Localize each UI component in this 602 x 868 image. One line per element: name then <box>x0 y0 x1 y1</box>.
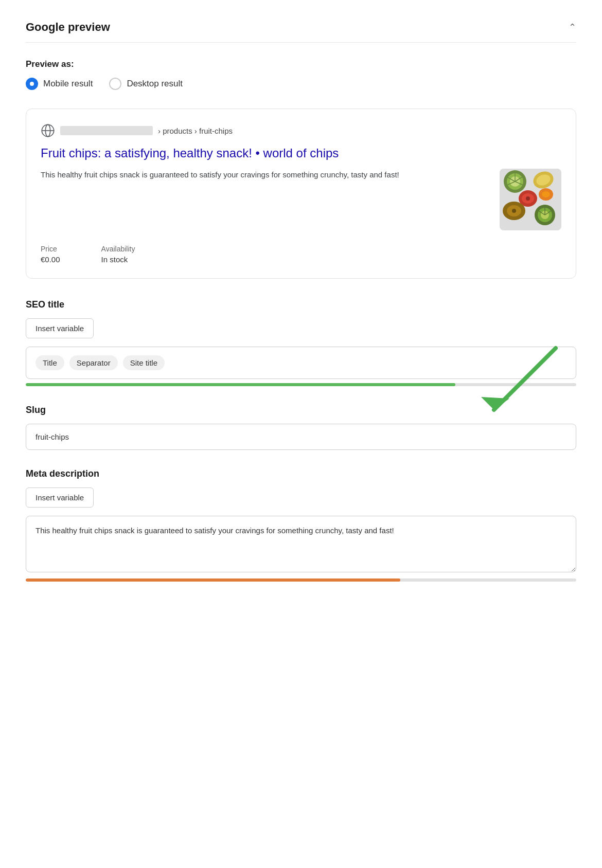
slug-section: Slug <box>26 405 576 450</box>
price-item: Price €0.00 <box>41 245 60 264</box>
mobile-radio-button[interactable] <box>26 78 38 90</box>
svg-point-27 <box>542 191 550 197</box>
preview-as-radio-group: Mobile result Desktop result <box>26 78 576 90</box>
seo-title-section: SEO title Insert variable Title Separato… <box>26 299 576 386</box>
fruit-chips-svg <box>500 169 561 230</box>
breadcrumb-row: › products › fruit-chips <box>41 123 561 138</box>
preview-description: This healthy fruit chips snack is guaran… <box>41 169 489 230</box>
breadcrumb-url-placeholder <box>60 126 153 135</box>
preview-as-section: Preview as: Mobile result Desktop result <box>26 59 576 90</box>
meta-description-label: Meta description <box>26 468 576 479</box>
meta-description-insert-variable-button[interactable]: Insert variable <box>26 487 94 508</box>
price-value: €0.00 <box>41 255 60 264</box>
seo-title-insert-variable-button[interactable]: Insert variable <box>26 318 94 338</box>
svg-point-16 <box>526 196 530 201</box>
page-title: Google preview <box>26 21 110 34</box>
seo-title-label: SEO title <box>26 299 576 310</box>
seo-title-progress-bar <box>26 383 576 386</box>
slug-input[interactable] <box>26 424 576 450</box>
meta-description-textarea[interactable]: This healthy fruit chips snack is guaran… <box>26 516 576 572</box>
breadcrumb-path: › products › fruit-chips <box>158 126 233 135</box>
title-token[interactable]: Title <box>36 355 64 370</box>
preview-as-label: Preview as: <box>26 59 576 69</box>
google-preview-card: › products › fruit-chips Fruit chips: a … <box>26 109 576 279</box>
meta-description-section: Meta description Insert variable This he… <box>26 468 576 582</box>
google-preview-header: Google preview ⌃ <box>26 21 576 43</box>
collapse-icon[interactable]: ⌃ <box>569 22 576 33</box>
mobile-result-option[interactable]: Mobile result <box>26 78 93 90</box>
preview-meta: Price €0.00 Availability In stock <box>41 245 561 264</box>
svg-point-19 <box>512 209 516 213</box>
globe-icon <box>41 123 55 138</box>
seo-title-token-input[interactable]: Title Separator Site title <box>26 347 576 379</box>
meta-description-progress-bar <box>26 578 576 582</box>
meta-description-progress-fill <box>26 578 400 582</box>
desktop-result-option[interactable]: Desktop result <box>109 78 183 90</box>
slug-label: Slug <box>26 405 576 415</box>
preview-image <box>500 169 561 230</box>
availability-value: In stock <box>101 255 135 264</box>
availability-label: Availability <box>101 245 135 253</box>
desktop-radio-button[interactable] <box>109 78 121 90</box>
price-label: Price <box>41 245 60 253</box>
seo-title-progress-fill <box>26 383 455 386</box>
desktop-result-label: Desktop result <box>127 79 183 89</box>
mobile-result-label: Mobile result <box>43 79 93 89</box>
preview-content-row: This healthy fruit chips snack is guaran… <box>41 169 561 230</box>
availability-item: Availability In stock <box>101 245 135 264</box>
site-title-token[interactable]: Site title <box>123 355 165 370</box>
preview-title: Fruit chips: a satisfying, healthy snack… <box>41 145 561 161</box>
separator-token[interactable]: Separator <box>69 355 118 370</box>
